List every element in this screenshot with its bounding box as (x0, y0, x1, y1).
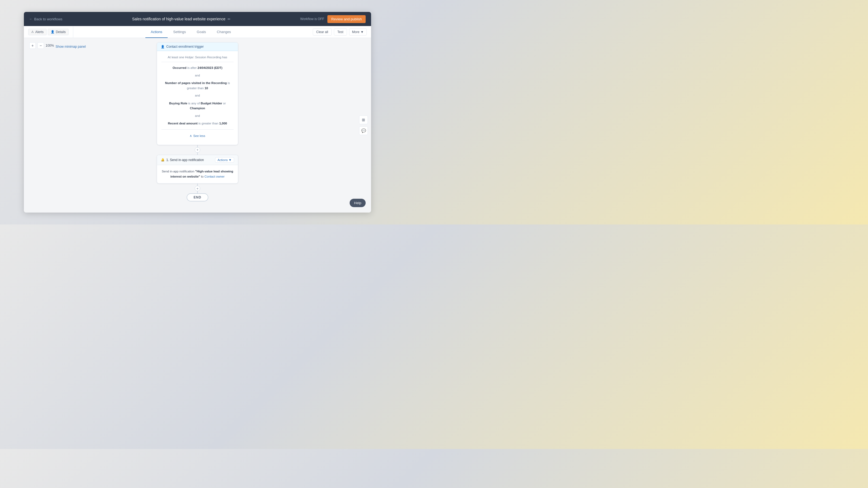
add-step-button-2[interactable]: + (195, 186, 200, 191)
trigger-icon: 👤 (161, 45, 165, 48)
condition-buying-role: Buying Role is any of Budget Holder or C… (161, 100, 234, 112)
trigger-card-body: At least one Hotjar: Session Recording h… (157, 51, 238, 145)
grid-view-button[interactable]: ⊞ (359, 116, 368, 124)
workflow-canvas: 👤 Contact enrollment trigger At least on… (151, 42, 244, 201)
app-container: ← Back to workflows Sales notification o… (24, 12, 371, 213)
tab-changes-label: Changes (217, 30, 231, 34)
zoom-level: 100% (45, 44, 54, 47)
alerts-icon: ⚠ (31, 30, 34, 34)
workflow-title-area: Sales notification of high-value lead we… (62, 17, 300, 21)
more-label: More (352, 30, 360, 34)
see-less-link[interactable]: ∧ See less (161, 132, 234, 141)
and-separator-1: and (161, 73, 234, 78)
back-to-workflows-link[interactable]: ← Back to workflows (29, 17, 62, 21)
tab-changes[interactable]: Changes (211, 26, 236, 38)
tab-goals[interactable]: Goals (191, 26, 211, 38)
secondary-nav-right: Clear all Test More ▼ (308, 26, 371, 38)
more-button[interactable]: More ▼ (349, 29, 367, 35)
tab-actions[interactable]: Actions (145, 26, 168, 38)
secondary-nav-left: ⚠ Alerts 👤 Details (24, 26, 73, 38)
top-nav: ← Back to workflows Sales notification o… (24, 12, 371, 26)
add-step-button-1[interactable]: + (195, 147, 200, 153)
zoom-controls: + − 100% Show minimap panel (29, 42, 86, 49)
right-tools: ⊞ 💬 (359, 116, 368, 135)
clear-all-button[interactable]: Clear all (313, 29, 332, 35)
workflow-status: Workflow is OFF (300, 17, 324, 21)
actions-dropdown-label: Actions (218, 158, 228, 162)
and-separator-3: and (161, 113, 234, 119)
chevron-down-icon: ▼ (361, 30, 364, 34)
alerts-button[interactable]: ⚠ Alerts (28, 29, 46, 35)
zoom-in-button[interactable]: + (29, 42, 36, 49)
contact-owner-link[interactable]: Contact owner (205, 175, 225, 178)
comment-icon: 💬 (361, 129, 366, 133)
canvas-area: + − 100% Show minimap panel ⊞ 💬 👤 Contac… (24, 38, 371, 213)
help-button[interactable]: Help (350, 199, 366, 207)
action-header-left: 🔔 1. Send in-app notification (161, 158, 204, 162)
actions-dropdown-button[interactable]: Actions ▼ (215, 157, 234, 163)
trigger-intro-text: At least one Hotjar: Session Recording h… (167, 56, 227, 59)
details-label: Details (56, 30, 66, 34)
action-body-text: Send in-app notification "High-value lea… (162, 170, 233, 178)
action-card-header: 🔔 1. Send in-app notification Actions ▼ (157, 155, 238, 165)
top-nav-right: Workflow is OFF Review and publish (300, 15, 366, 23)
back-link-label: Back to workflows (34, 17, 62, 21)
chevron-up-icon: ∧ (190, 133, 192, 138)
action-step-icon: 🔔 (161, 158, 165, 162)
trigger-card-header: 👤 Contact enrollment trigger (157, 42, 238, 51)
action-card: 🔔 1. Send in-app notification Actions ▼ … (157, 155, 238, 184)
and-separator-2: and (161, 93, 234, 98)
back-arrow-icon: ← (29, 17, 33, 21)
condition-occurred: Occurred is after 24/04/2023 (EDT) (161, 64, 234, 71)
secondary-nav: ⚠ Alerts 👤 Details Actions Settings Goal… (24, 26, 371, 38)
workflow-title: Sales notification of high-value lead we… (132, 17, 225, 21)
condition-pages: Number of pages visited in the Recording… (161, 79, 234, 92)
tab-goals-label: Goals (197, 30, 206, 34)
comments-button[interactable]: 💬 (359, 126, 368, 135)
test-button[interactable]: Test (334, 29, 347, 35)
end-node: END (187, 193, 208, 201)
action-card-body: Send in-app notification "High-value lea… (157, 165, 238, 183)
connector-2: + (197, 184, 198, 193)
details-icon: 👤 (51, 30, 55, 34)
grid-icon: ⊞ (362, 118, 365, 122)
tab-settings-label: Settings (173, 30, 186, 34)
details-button[interactable]: 👤 Details (48, 29, 69, 35)
alerts-label: Alerts (35, 30, 44, 34)
connector-1: + (197, 145, 198, 155)
zoom-out-button[interactable]: − (37, 42, 44, 49)
tab-settings[interactable]: Settings (167, 26, 191, 38)
tab-actions-label: Actions (151, 30, 162, 34)
trigger-header-label: Contact enrollment trigger (166, 45, 204, 48)
trigger-card: 👤 Contact enrollment trigger At least on… (157, 42, 238, 145)
actions-dropdown-chevron: ▼ (229, 158, 231, 162)
action-header-label: 1. Send in-app notification (166, 158, 204, 162)
see-less-label: See less (193, 133, 205, 138)
edit-title-icon[interactable]: ✏ (227, 17, 230, 21)
show-minimap-link[interactable]: Show minimap panel (56, 45, 86, 48)
tabs-area: Actions Settings Goals Changes (73, 26, 308, 38)
publish-button[interactable]: Review and publish (328, 15, 366, 23)
condition-deal-amount: Recent deal amount is greater than 1,000 (161, 120, 234, 127)
